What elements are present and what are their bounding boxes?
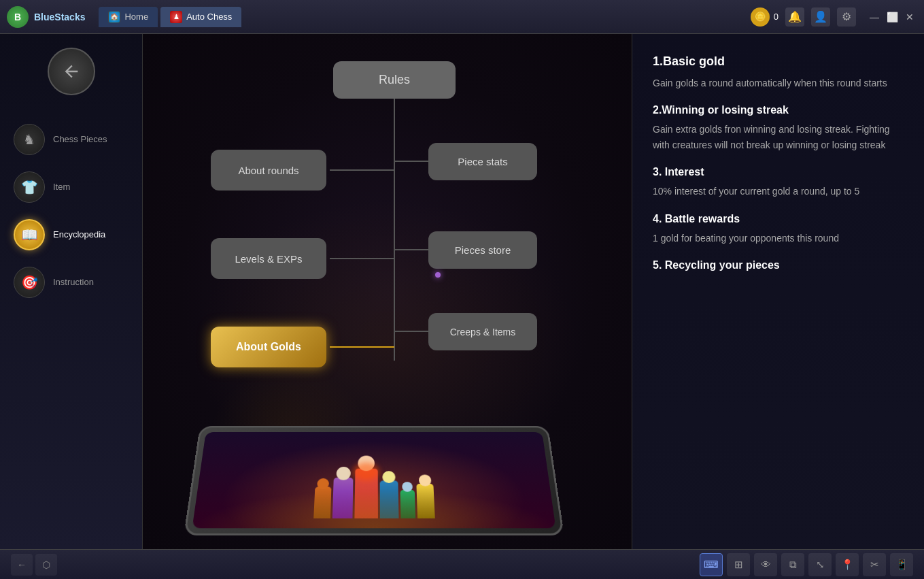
char-4 <box>379 480 398 518</box>
taskbar-eye-btn[interactable]: 👁 <box>754 553 777 576</box>
instruction-icon: 🎯 <box>14 267 45 298</box>
sidebar-item-instruction[interactable]: 🎯 Instruction <box>0 259 142 306</box>
back-arrow-icon <box>62 62 81 81</box>
taskbar-right: ⌨ ⊞ 👁 ⧉ ⤡ 📍 ✂ 📱 <box>700 553 913 576</box>
home-tab-label: Home <box>124 12 148 22</box>
chess-pieces-icon: ♞ <box>14 124 45 155</box>
sidebar: ♞ Chess Pieces 👕 Item 📖 Encyclopedia 🎯 I… <box>0 34 143 549</box>
back-button[interactable] <box>48 48 95 95</box>
taskbar-mobile-btn[interactable]: 📱 <box>890 553 913 576</box>
taskbar-tools-btn[interactable]: ✂ <box>863 553 886 576</box>
main-area: ♞ Chess Pieces 👕 Item 📖 Encyclopedia 🎯 I… <box>0 34 924 549</box>
char-2 <box>332 478 353 518</box>
node-about-rounds[interactable]: About rounds <box>211 150 326 191</box>
taskbar-fullscreen-btn[interactable]: ⤡ <box>808 553 832 576</box>
char-6 <box>416 484 434 518</box>
coin-count: 0 <box>774 12 778 22</box>
game-content: Rules About rounds Piece stats Levels & … <box>143 34 632 549</box>
maximize-btn[interactable]: ⬜ <box>885 10 900 24</box>
mindmap-container: Rules About rounds Piece stats Levels & … <box>197 61 592 442</box>
tab-home[interactable]: 🏠 Home <box>99 7 158 27</box>
section-heading-4: 4. Battle rewards <box>653 213 904 225</box>
gold-section: 1.Basic gold Gain golds a round automati… <box>653 54 904 271</box>
taskbar: ← ⬡ ⌨ ⊞ 👁 ⧉ ⤡ 📍 ✂ 📱 <box>0 549 924 579</box>
sidebar-item-chess-pieces[interactable]: ♞ Chess Pieces <box>0 116 142 163</box>
sidebar-item-encyclopedia[interactable]: 📖 Encyclopedia <box>0 211 142 259</box>
node-pieces-store[interactable]: Pieces store <box>428 231 537 269</box>
chess-pieces-label: Chess Pieces <box>53 134 107 145</box>
taskbar-back-btn[interactable]: ← <box>11 554 33 576</box>
home-tab-icon: 🏠 <box>108 11 120 23</box>
char-5 <box>400 490 415 518</box>
section-heading-5: 5. Recycling your pieces <box>653 259 904 271</box>
settings-btn[interactable]: ⚙ <box>837 7 856 27</box>
taskbar-home-btn[interactable]: ⬡ <box>35 554 57 576</box>
item-label: Item <box>53 182 70 193</box>
node-rules-label: Rules <box>379 73 410 87</box>
taskbar-location-btn[interactable]: 📍 <box>836 553 859 576</box>
item-icon: 👕 <box>14 171 45 203</box>
encyclopedia-label: Encyclopedia <box>53 229 105 240</box>
titlebar-controls: 🪙 0 🔔 👤 ⚙ — ⬜ ✕ <box>751 7 917 27</box>
node-creeps-items[interactable]: Creeps & Items <box>428 313 537 350</box>
node-pieces-store-label: Pieces store <box>455 244 511 256</box>
right-panel: 1.Basic gold Gain golds a round automati… <box>632 34 924 549</box>
close-btn[interactable]: ✕ <box>902 10 917 24</box>
taskbar-keyboard-btn[interactable]: ⌨ <box>700 553 723 576</box>
decorative-dot <box>435 272 441 278</box>
character-group <box>313 469 434 522</box>
sidebar-item-item[interactable]: 👕 Item <box>0 163 142 211</box>
node-piece-stats-label: Piece stats <box>458 156 507 167</box>
node-piece-stats[interactable]: Piece stats <box>428 143 537 180</box>
notification-btn[interactable]: 🔔 <box>785 7 804 27</box>
section-content-3: 10% interest of your current gold a roun… <box>653 184 904 199</box>
instruction-label: Instruction <box>53 277 94 288</box>
tablet-device <box>184 399 564 535</box>
node-levels-exps-label: Levels & EXPs <box>235 253 302 265</box>
node-about-golds[interactable]: About Golds <box>211 327 326 367</box>
titlebar: B BlueStacks 🏠 Home ♟ Auto Chess 🪙 0 🔔 👤… <box>0 0 924 34</box>
bluestacks-logo: B <box>7 6 29 28</box>
autochess-tab-label: Auto Chess <box>186 12 232 22</box>
section-content-4: 1 gold for beating your opponents this r… <box>653 231 904 246</box>
encyclopedia-icon: 📖 <box>14 219 45 250</box>
coin-badge: 🪙 <box>751 7 770 27</box>
window-controls: — ⬜ ✕ <box>867 10 917 24</box>
profile-btn[interactable]: 👤 <box>811 7 830 27</box>
taskbar-nav: ← ⬡ <box>11 554 57 576</box>
node-rules[interactable]: Rules <box>333 61 456 99</box>
tab-autochess[interactable]: ♟ Auto Chess <box>160 7 241 27</box>
brand-name: BlueStacks <box>34 12 85 22</box>
node-creeps-items-label: Creeps & Items <box>450 327 515 337</box>
coin-icon: 🪙 <box>755 12 766 22</box>
section-content-2: Gain extra golds fron winning and losing… <box>653 122 904 152</box>
tablet-screen <box>192 432 556 528</box>
taskbar-grid-btn[interactable]: ⊞ <box>727 553 750 576</box>
section-content-1: Gain golds a round automatically when th… <box>653 76 904 90</box>
tablet-body <box>184 426 564 535</box>
char-3 <box>354 469 378 518</box>
taskbar-multiinstance-btn[interactable]: ⧉ <box>781 553 804 576</box>
autochess-tab-icon: ♟ <box>170 11 182 23</box>
section-heading-1: 1.Basic gold <box>653 54 904 69</box>
node-levels-exps[interactable]: Levels & EXPs <box>211 238 326 279</box>
tablet-screen-content <box>192 432 556 528</box>
section-heading-3: 3. Interest <box>653 166 904 178</box>
minimize-btn[interactable]: — <box>867 10 882 24</box>
node-about-rounds-label: About rounds <box>238 165 298 176</box>
node-about-golds-label: About Golds <box>236 341 301 353</box>
char-1 <box>313 486 331 518</box>
section-heading-2: 2.Winning or losing streak <box>653 104 904 116</box>
